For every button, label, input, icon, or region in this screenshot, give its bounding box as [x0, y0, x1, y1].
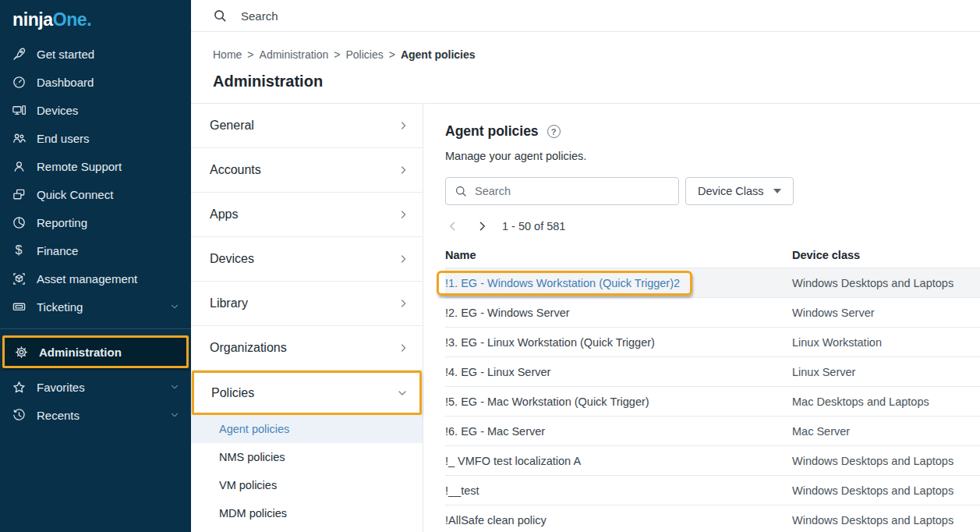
- sidebar-item-label: Dashboard: [37, 76, 94, 89]
- sidebar-item-dashboard[interactable]: Dashboard: [0, 68, 191, 96]
- device-class-cell: Windows Desktops and Laptops: [792, 277, 980, 289]
- cube-icon: [11, 271, 27, 286]
- primary-sidebar: ninjaOne. Get started Dashboard Devices …: [0, 0, 191, 532]
- breadcrumb-home[interactable]: Home: [213, 48, 242, 61]
- dollar-icon: $: [11, 243, 27, 258]
- policy-name-cell[interactable]: !AllSafe clean policy: [445, 514, 792, 527]
- admin-nav-label: Organizations: [210, 341, 287, 355]
- table-row[interactable]: !3. EG - Linux Workstation (Quick Trigge…: [445, 328, 980, 357]
- device-class-cell: Mac Server: [792, 425, 980, 438]
- policy-name-cell[interactable]: !_ VMFO test localization A: [445, 455, 792, 467]
- admin-nav-devices[interactable]: Devices: [191, 237, 423, 282]
- policy-name-cell[interactable]: !5. EG - Mac Workstation (Quick Trigger): [445, 395, 792, 408]
- subnav-child-label: MDM policies: [219, 507, 287, 520]
- gauge-icon: [11, 74, 27, 90]
- users-icon: [11, 130, 27, 146]
- table-row[interactable]: !5. EG - Mac Workstation (Quick Trigger)…: [445, 387, 980, 417]
- admin-nav-label: Apps: [210, 207, 238, 222]
- search-icon: [455, 185, 468, 198]
- sidebar-item-label: Ticketing: [37, 300, 83, 314]
- pagination-range: 1 - 50 of 581: [502, 220, 565, 232]
- sidebar-item-end-users[interactable]: End users: [0, 124, 191, 152]
- table-row[interactable]: !2. EG - Windows Server Windows Server: [445, 298, 980, 328]
- sidebar-item-get-started[interactable]: Get started: [0, 40, 191, 68]
- remote-support-icon: [11, 158, 27, 174]
- admin-nav-label: Devices: [210, 252, 254, 266]
- table-row[interactable]: !6. EG - Mac Server Mac Server: [445, 417, 980, 446]
- sidebar-item-favorites[interactable]: Favorites: [0, 373, 191, 401]
- ticket-icon: [11, 299, 27, 314]
- page-title: Administration: [213, 73, 980, 90]
- search-icon: [213, 9, 228, 23]
- table-row[interactable]: !4. EG - Linux Server Linux Server: [445, 357, 980, 387]
- next-page-button[interactable]: [474, 218, 490, 234]
- sidebar-item-label: Recents: [37, 409, 80, 422]
- screens-icon: [11, 186, 27, 202]
- admin-nav-general[interactable]: General: [191, 104, 423, 148]
- policies-child-vm-policies[interactable]: VM policies: [191, 471, 423, 499]
- sidebar-item-recents[interactable]: Recents: [0, 401, 191, 429]
- table-header-row: Name Device class: [445, 243, 980, 268]
- breadcrumb-administration[interactable]: Administration: [260, 48, 329, 61]
- breadcrumb-policies[interactable]: Policies: [345, 48, 383, 61]
- help-icon[interactable]: ?: [547, 125, 561, 138]
- chevron-down-icon: [169, 381, 180, 392]
- policies-child-agent-policies[interactable]: Agent policies: [191, 415, 423, 443]
- table-row[interactable]: !_ VMFO test localization A Windows Desk…: [445, 446, 980, 476]
- star-icon: [11, 379, 27, 395]
- table-row[interactable]: !AllSafe clean policy Windows Desktops a…: [445, 505, 980, 532]
- previous-page-button[interactable]: [445, 218, 461, 234]
- admin-nav-organizations[interactable]: Organizations: [191, 326, 423, 371]
- policy-name-cell[interactable]: !6. EG - Mac Server: [445, 425, 792, 438]
- policy-name-cell[interactable]: !4. EG - Linux Server: [445, 366, 792, 378]
- chevron-right-icon: [398, 253, 410, 265]
- admin-nav-apps[interactable]: Apps: [191, 193, 423, 237]
- sidebar-item-ticketing[interactable]: Ticketing: [0, 293, 191, 321]
- gear-icon: [13, 344, 29, 360]
- section-subtitle: Manage your agent policies.: [445, 150, 980, 162]
- subnav-child-label: Agent policies: [219, 423, 289, 435]
- device-class-cell: Linux Workstation: [792, 336, 980, 349]
- sidebar-item-label: Get started: [37, 48, 94, 61]
- sidebar-item-reporting[interactable]: Reporting: [0, 208, 191, 236]
- policies-child-mdm-policies[interactable]: MDM policies: [191, 499, 423, 527]
- policy-name-cell[interactable]: !2. EG - Windows Server: [445, 307, 792, 319]
- sidebar-item-asset-management[interactable]: Asset management: [0, 264, 191, 293]
- ninjaone-logo[interactable]: ninjaOne.: [0, 0, 191, 37]
- agent-policies-table: Name Device class !1. EG - Windows Works…: [445, 243, 980, 532]
- sidebar-item-label: Finance: [37, 244, 78, 257]
- history-icon: [11, 407, 27, 423]
- policy-name-link[interactable]: !1. EG - Windows Workstation (Quick Trig…: [445, 277, 680, 289]
- sidebar-divider: [0, 328, 191, 329]
- table-row[interactable]: !1. EG - Windows Workstation (Quick Trig…: [445, 268, 980, 298]
- sidebar-item-remote-support[interactable]: Remote Support: [0, 152, 191, 180]
- policies-child-nms-policies[interactable]: NMS policies: [191, 443, 423, 471]
- device-class-cell: Windows Desktops and Laptops: [792, 514, 980, 527]
- sidebar-item-label: Devices: [37, 104, 78, 117]
- table-row[interactable]: !__test Windows Desktops and Laptops: [445, 476, 980, 505]
- agent-policies-panel: Agent policies ? Manage your agent polic…: [424, 103, 980, 532]
- page-head: Home > Administration > Policies > Agent…: [191, 32, 980, 103]
- admin-nav-label: Policies: [211, 386, 254, 400]
- device-class-filter[interactable]: Device Class: [685, 177, 794, 205]
- annotation-highlight: !1. EG - Windows Workstation (Quick Trig…: [437, 271, 692, 296]
- section-title: Agent policies: [445, 123, 539, 140]
- devices-icon: [11, 102, 27, 118]
- admin-nav-accounts[interactable]: Accounts: [191, 148, 423, 193]
- admin-nav-policies[interactable]: Policies: [192, 371, 422, 415]
- sidebar-item-devices[interactable]: Devices: [0, 96, 191, 124]
- sidebar-item-label: Asset management: [37, 272, 137, 286]
- global-search-input[interactable]: [241, 9, 553, 23]
- admin-nav-library[interactable]: Library: [191, 282, 423, 326]
- column-header-device-class[interactable]: Device class: [792, 249, 980, 261]
- sidebar-item-finance[interactable]: $ Finance: [0, 236, 191, 264]
- column-header-name[interactable]: Name: [445, 249, 792, 261]
- chevron-down-icon: [396, 387, 409, 399]
- policy-name-cell[interactable]: !3. EG - Linux Workstation (Quick Trigge…: [445, 336, 792, 349]
- sidebar-item-quick-connect[interactable]: Quick Connect: [0, 180, 191, 208]
- policy-search-input[interactable]: [475, 185, 670, 197]
- policy-name-cell[interactable]: !__test: [445, 484, 792, 497]
- device-class-cell: Windows Desktops and Laptops: [792, 484, 980, 497]
- breadcrumb-separator: >: [389, 48, 395, 61]
- sidebar-item-administration[interactable]: Administration: [2, 335, 189, 368]
